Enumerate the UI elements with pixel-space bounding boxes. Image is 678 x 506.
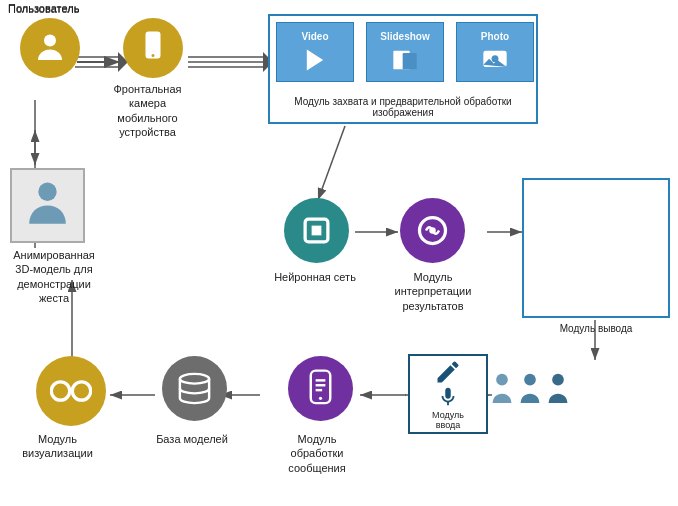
svg-point-22 <box>44 35 56 47</box>
output-module: Audio Chat Модуль вывода <box>522 178 670 318</box>
photo-box: Photo <box>456 22 534 82</box>
message-label: Модульобработкисообщения <box>272 432 362 475</box>
user-text: Пользователь <box>8 2 79 14</box>
neural-icon <box>297 211 336 250</box>
input-edit-icon <box>434 358 462 386</box>
svg-point-24 <box>152 54 155 57</box>
slideshow-label: Slideshow <box>380 31 429 42</box>
interpretation-circle <box>400 198 465 263</box>
input-mic-icon <box>437 386 459 408</box>
video-box: Video <box>276 22 354 82</box>
person1-icon <box>488 370 516 408</box>
svg-point-47 <box>552 374 564 386</box>
person3-icon <box>544 370 572 408</box>
phone-circle <box>123 18 183 78</box>
interpretation-label: Модульинтерпретациирезультатов <box>388 270 478 313</box>
message-circle <box>288 356 353 421</box>
svg-point-37 <box>72 382 90 400</box>
video-icon <box>301 46 329 74</box>
model-db-label: База моделей <box>152 432 232 446</box>
message-phone-icon <box>301 369 340 408</box>
people-group <box>488 370 572 408</box>
svg-point-35 <box>38 183 56 201</box>
svg-point-44 <box>319 397 322 400</box>
svg-point-39 <box>180 374 209 384</box>
visualization-circle <box>36 356 106 426</box>
svg-marker-25 <box>307 49 323 70</box>
svg-point-36 <box>51 382 69 400</box>
capture-module-label: Модуль захвата и предварительной обработ… <box>270 96 536 118</box>
svg-rect-31 <box>312 226 322 236</box>
capture-module: Video Slideshow Photo Модуль захвата и п… <box>268 14 538 124</box>
slideshow-box: Slideshow <box>366 22 444 82</box>
animated-person-icon <box>20 178 75 233</box>
video-label: Video <box>301 31 328 42</box>
user-circle <box>20 18 80 78</box>
visualization-label: Модуль визуализации <box>10 432 105 461</box>
svg-point-46 <box>524 374 536 386</box>
glasses-icon <box>50 370 92 412</box>
animated-label: Анимированная3D-модель длядемонстрацииже… <box>4 248 104 305</box>
photo-icon <box>481 46 509 74</box>
svg-point-33 <box>429 227 436 234</box>
diagram: Пользователь Пользователь Фронтальнаякам… <box>0 0 678 506</box>
interpretation-icon <box>413 211 452 250</box>
svg-line-10 <box>318 126 345 200</box>
input-module: Модульввода <box>408 354 488 434</box>
output-module-label: Модуль вывода <box>524 323 668 334</box>
neural-circle <box>284 198 349 263</box>
animated-model-box <box>10 168 85 243</box>
phone-icon <box>135 30 171 66</box>
svg-point-45 <box>496 374 508 386</box>
neural-label: Нейронная сеть <box>270 270 360 284</box>
user-icon <box>32 30 68 66</box>
slideshow-icon <box>391 46 419 74</box>
person2-icon <box>516 370 544 408</box>
database-icon <box>175 369 214 408</box>
input-module-label: Модульввода <box>432 410 464 430</box>
photo-label: Photo <box>481 31 509 42</box>
camera-label: Фронтальнаякамерамобильногоустройства <box>105 82 190 139</box>
svg-rect-27 <box>403 53 417 69</box>
model-db-circle <box>162 356 227 421</box>
